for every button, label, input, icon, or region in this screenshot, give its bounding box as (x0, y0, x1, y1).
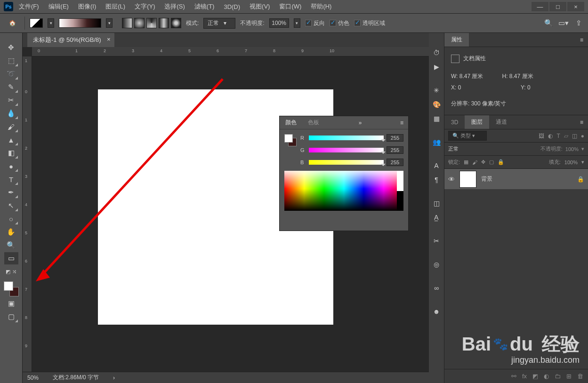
panel-fg-swatch[interactable] (284, 134, 293, 143)
g-slider[interactable] (309, 148, 384, 152)
type-tool[interactable]: T (4, 173, 18, 185)
styles-icon[interactable]: ✂ (431, 235, 442, 247)
color-panel[interactable]: 颜色 色板 » ≡ R G B (279, 116, 409, 231)
filter-adjust-icon[interactable]: ◐ (548, 133, 553, 139)
layer-row-background[interactable]: 👁 背景 🔒 (444, 169, 588, 190)
b-input[interactable] (387, 159, 403, 166)
channels-tab[interactable]: 通道 (489, 115, 514, 129)
gradient-diamond[interactable] (171, 18, 181, 28)
reverse-checkbox[interactable]: 反向 (305, 19, 325, 27)
quick-mask-tool[interactable]: ▣ (4, 297, 18, 310)
move-tool[interactable]: ✥ (4, 41, 18, 54)
layer-visibility-icon[interactable]: 👁 (448, 176, 455, 183)
menu-help[interactable]: 帮助(H) (307, 0, 335, 13)
gradient-preset-dropdown[interactable]: ▾ (48, 18, 54, 28)
layers-tab[interactable]: 图层 (465, 115, 489, 129)
blend-mode-select[interactable]: 正常 (448, 145, 495, 152)
r-slider[interactable] (309, 136, 384, 140)
color-swatches[interactable] (4, 281, 19, 296)
layer-mask-icon[interactable]: ◩ (532, 373, 538, 380)
marquee-tool[interactable]: ⬚ (4, 55, 18, 67)
gradient-picker-dropdown[interactable]: ▾ (106, 18, 113, 28)
filter-smart-icon[interactable]: ◫ (572, 133, 577, 139)
document-tab[interactable]: 未标题-1 @ 50%(RGB/8) × (27, 33, 114, 47)
layer-filter-select[interactable]: 🔍 类型 ▾ (448, 131, 487, 141)
layer-name[interactable]: 背景 (481, 175, 492, 183)
character-icon[interactable]: A (431, 160, 442, 171)
gradient-radial[interactable] (134, 18, 145, 28)
pen-tool[interactable]: ✒ (4, 186, 18, 199)
g-input[interactable] (387, 146, 403, 154)
fg-color-swatch[interactable] (4, 281, 13, 291)
zoom-tool[interactable]: 🔍 (4, 239, 18, 251)
spectrum-picker[interactable] (284, 171, 403, 211)
actions-icon[interactable]: ▶ (431, 61, 442, 72)
properties-menu-icon[interactable]: ≡ (575, 37, 588, 43)
history-icon[interactable]: ⏱ (431, 47, 442, 58)
transparency-checkbox[interactable]: 透明区域 (354, 19, 385, 27)
stamp-tool[interactable]: ▲ (4, 134, 18, 146)
menu-layer[interactable]: 图层(L) (102, 0, 129, 13)
adjustments-icon[interactable]: 👥 (431, 136, 442, 148)
r-input[interactable] (387, 134, 403, 142)
window-maximize[interactable]: □ (549, 2, 566, 11)
brush-tool[interactable]: 🖌 (4, 120, 18, 133)
navigator-icon[interactable]: ✳ (431, 85, 442, 96)
lock-all-icon[interactable]: 🔒 (498, 159, 504, 165)
brushes-icon[interactable]: ◎ (431, 259, 442, 270)
new-layer-icon[interactable]: ⊞ (566, 373, 572, 380)
filter-pixel-icon[interactable]: 🖼 (539, 133, 544, 139)
properties-tab[interactable]: 属性 (444, 33, 469, 47)
filter-toggle-icon[interactable]: ● (581, 133, 584, 139)
workspace-icon[interactable]: ▭▾ (559, 18, 568, 28)
doc-info-arrow[interactable]: › (113, 375, 115, 381)
menu-window[interactable]: 窗口(W) (275, 0, 305, 13)
menu-edit[interactable]: 编辑(E) (45, 0, 72, 13)
3d-tab[interactable]: 3D (444, 116, 465, 128)
gradient-tool[interactable]: ▭ (4, 252, 18, 264)
filter-type-icon[interactable]: T (556, 133, 560, 139)
swatches-tab[interactable]: 色板 (302, 116, 325, 129)
layer-thumbnail[interactable] (459, 171, 476, 188)
filter-shape-icon[interactable]: ▱ (564, 133, 568, 139)
layer-fx-icon[interactable]: fx (522, 373, 527, 380)
layers-menu-icon[interactable]: ≡ (575, 119, 588, 126)
lock-artboard-icon[interactable]: ▢ (489, 159, 494, 165)
window-minimize[interactable]: — (532, 2, 548, 11)
lasso-tool[interactable]: ➰ (4, 68, 18, 80)
zoom-value[interactable]: 50% (27, 375, 39, 381)
delete-layer-icon[interactable]: 🗑 (577, 373, 583, 380)
layer-comps-icon[interactable]: ◫ (431, 198, 442, 209)
tab-close-icon[interactable]: × (107, 36, 111, 43)
color-collapse-icon[interactable]: » (354, 120, 367, 126)
layer-group-icon[interactable]: 🗀 (555, 373, 561, 380)
adjustment-layer-icon[interactable]: ◐ (544, 373, 549, 380)
menu-3d[interactable]: 3D(D) (220, 1, 244, 12)
path-select-tool[interactable]: ↖ (4, 199, 18, 212)
dither-checkbox[interactable]: 仿色 (330, 19, 349, 27)
gradient-reflected[interactable] (159, 18, 169, 28)
color-icon[interactable]: 🎨 (431, 99, 442, 110)
opacity-dropdown[interactable]: ▾ (294, 18, 300, 28)
hand-tool[interactable]: ✋ (4, 226, 18, 238)
eraser-tool[interactable]: ◧ (4, 147, 18, 159)
window-close[interactable]: × (567, 2, 584, 11)
opacity-input[interactable] (269, 18, 289, 28)
color-menu-icon[interactable]: ≡ (395, 120, 408, 126)
doc-info[interactable]: 文档:2.86M/0 字节 (53, 374, 99, 382)
menu-select[interactable]: 选择(S) (161, 0, 188, 13)
link-layers-icon[interactable]: ⚯ (511, 373, 516, 380)
lock-position-icon[interactable]: ✥ (481, 159, 485, 165)
swatches-icon[interactable]: ▦ (431, 113, 442, 124)
gradient-preset-button[interactable] (30, 18, 43, 28)
color-tab[interactable]: 颜色 (280, 116, 302, 129)
quick-select-tool[interactable]: ✎ (4, 81, 18, 93)
shape-tool[interactable]: ○ (4, 213, 18, 225)
glyphs-icon[interactable]: A̲ (431, 212, 442, 223)
cc-icon[interactable]: ∞ (431, 282, 442, 294)
screen-mode-tool[interactable]: ▢ (4, 311, 18, 323)
menu-file[interactable]: 文件(F) (15, 0, 43, 13)
home-button[interactable]: 🏠 (5, 16, 20, 30)
menu-type[interactable]: 文字(Y) (131, 0, 159, 13)
mode-select[interactable]: 正常 ▾ (203, 18, 235, 29)
